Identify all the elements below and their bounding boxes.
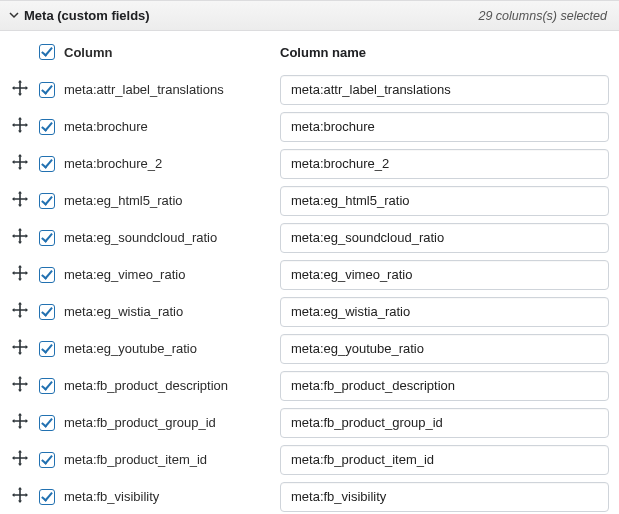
column-name-input[interactable] (280, 445, 609, 475)
column-row-0: meta:attr_label_translations (10, 71, 609, 108)
drag-handle[interactable] (10, 376, 30, 395)
row-checkbox[interactable] (39, 82, 55, 98)
row-checkbox[interactable] (39, 415, 55, 431)
drag-handle[interactable] (10, 413, 30, 432)
move-icon (12, 302, 28, 321)
column-name-input[interactable] (280, 482, 609, 512)
column-label: meta:fb_product_description (64, 378, 274, 393)
panel-title: Meta (custom fields) (24, 8, 150, 23)
columns-header-row: Column Column name (10, 35, 609, 71)
drag-handle[interactable] (10, 191, 30, 210)
drag-handle[interactable] (10, 154, 30, 173)
move-icon (12, 191, 28, 210)
column-name-input[interactable] (280, 75, 609, 105)
column-name-input[interactable] (280, 371, 609, 401)
panel-header-left: Meta (custom fields) (8, 8, 150, 23)
move-icon (12, 376, 28, 395)
row-checkbox[interactable] (39, 341, 55, 357)
move-icon (12, 265, 28, 284)
column-label: meta:eg_youtube_ratio (64, 341, 274, 356)
row-checkbox[interactable] (39, 156, 55, 172)
column-label: meta:brochure (64, 119, 274, 134)
column-label: meta:eg_wistia_ratio (64, 304, 274, 319)
column-label: meta:fb_product_item_id (64, 452, 274, 467)
row-checkbox[interactable] (39, 119, 55, 135)
drag-handle[interactable] (10, 487, 30, 506)
drag-handle[interactable] (10, 265, 30, 284)
column-label: meta:eg_soundcloud_ratio (64, 230, 274, 245)
row-checkbox[interactable] (39, 304, 55, 320)
column-name-input[interactable] (280, 260, 609, 290)
drag-handle[interactable] (10, 228, 30, 247)
move-icon (12, 228, 28, 247)
column-label: meta:fb_product_group_id (64, 415, 274, 430)
column-label: meta:fb_visibility (64, 489, 274, 504)
column-name-input[interactable] (280, 112, 609, 142)
column-label: meta:eg_html5_ratio (64, 193, 274, 208)
column-label: meta:eg_vimeo_ratio (64, 267, 274, 282)
move-icon (12, 339, 28, 358)
header-column-name-label: Column name (280, 45, 609, 60)
column-name-input[interactable] (280, 186, 609, 216)
column-name-input[interactable] (280, 149, 609, 179)
row-checkbox[interactable] (39, 267, 55, 283)
panel-body: Column Column name meta:attr_label_trans… (0, 31, 619, 514)
column-row-9: meta:fb_product_group_id (10, 404, 609, 441)
column-row-6: meta:eg_wistia_ratio (10, 293, 609, 330)
column-row-11: meta:fb_visibility (10, 478, 609, 514)
row-checkbox[interactable] (39, 452, 55, 468)
move-icon (12, 450, 28, 469)
column-row-5: meta:eg_vimeo_ratio (10, 256, 609, 293)
column-name-input[interactable] (280, 408, 609, 438)
column-label: meta:brochure_2 (64, 156, 274, 171)
row-checkbox[interactable] (39, 378, 55, 394)
column-row-8: meta:fb_product_description (10, 367, 609, 404)
header-column-label: Column (64, 45, 274, 60)
select-all-checkbox[interactable] (39, 44, 55, 60)
column-row-10: meta:fb_product_item_id (10, 441, 609, 478)
row-checkbox[interactable] (39, 489, 55, 505)
move-icon (12, 413, 28, 432)
column-name-input[interactable] (280, 223, 609, 253)
move-icon (12, 154, 28, 173)
drag-handle[interactable] (10, 450, 30, 469)
row-checkbox[interactable] (39, 230, 55, 246)
meta-custom-fields-panel: Meta (custom fields) 29 columns(s) selec… (0, 0, 619, 514)
row-checkbox[interactable] (39, 193, 55, 209)
drag-handle[interactable] (10, 302, 30, 321)
column-label: meta:attr_label_translations (64, 82, 274, 97)
column-row-3: meta:eg_html5_ratio (10, 182, 609, 219)
selected-columns-summary: 29 columns(s) selected (478, 9, 607, 23)
drag-handle[interactable] (10, 339, 30, 358)
column-row-7: meta:eg_youtube_ratio (10, 330, 609, 367)
drag-handle[interactable] (10, 117, 30, 136)
column-name-input[interactable] (280, 334, 609, 364)
column-row-4: meta:eg_soundcloud_ratio (10, 219, 609, 256)
move-icon (12, 80, 28, 99)
collapse-caret-icon (8, 10, 20, 22)
drag-handle[interactable] (10, 80, 30, 99)
panel-header[interactable]: Meta (custom fields) 29 columns(s) selec… (0, 0, 619, 31)
column-name-input[interactable] (280, 297, 609, 327)
column-row-2: meta:brochure_2 (10, 145, 609, 182)
move-icon (12, 117, 28, 136)
move-icon (12, 487, 28, 506)
column-row-1: meta:brochure (10, 108, 609, 145)
